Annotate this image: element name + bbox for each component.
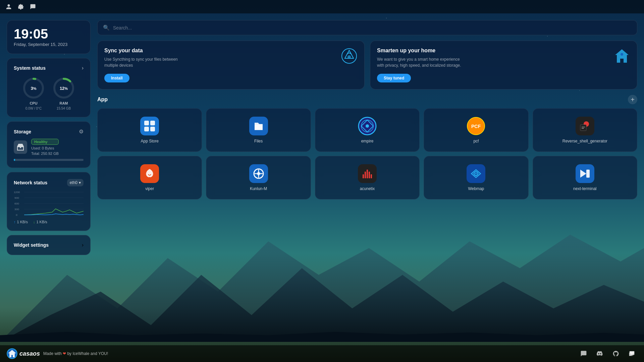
chevron-down-icon: ▾ xyxy=(79,180,81,185)
widget-settings[interactable]: Widget settings › xyxy=(7,235,91,255)
storage-total: Total: 250.92 GB xyxy=(31,152,59,156)
ram-sub: 15.54 GB xyxy=(57,107,71,110)
add-app-button[interactable]: + xyxy=(628,95,637,104)
user-icon[interactable] xyxy=(5,3,12,10)
network-widget: Network status eth0 ▾ 1200 900 6 xyxy=(7,172,91,231)
smart-home-promo-card: Smarten up your home We want to give you… xyxy=(370,41,637,89)
empire-icon xyxy=(358,117,377,135)
app-item-rsg[interactable]: Reverse_shell_generator xyxy=(533,108,637,152)
svg-rect-38 xyxy=(363,174,364,178)
messages-icon[interactable] xyxy=(30,3,36,10)
storage-bar-fill xyxy=(14,159,15,161)
app-section: App + App Store xyxy=(97,95,637,199)
app-item-pcf[interactable]: PCF pcf xyxy=(424,108,528,152)
search-icon: 🔍 xyxy=(103,24,110,31)
system-status-header: System status › xyxy=(14,65,84,71)
svg-point-18 xyxy=(347,55,351,59)
app-item-files[interactable]: Files xyxy=(206,108,311,152)
download-icon: ↓ xyxy=(33,220,35,224)
svg-text:PCF: PCF xyxy=(471,124,481,129)
webmap-icon xyxy=(467,164,485,183)
app-item-empire[interactable]: empire xyxy=(315,108,420,152)
storage-header: Storage ⚙ xyxy=(14,128,84,135)
svg-marker-46 xyxy=(580,170,586,178)
network-header: Network status eth0 ▾ xyxy=(14,179,84,186)
upload-stat: ↑ 1 KB/s xyxy=(14,220,28,224)
app-item-next-terminal[interactable]: next-terminal xyxy=(533,156,637,199)
app-section-title: App xyxy=(97,97,108,103)
kunlun-label: Kunlun-M xyxy=(250,186,267,191)
network-title: Network status xyxy=(14,180,47,185)
download-stat: ↓ 1 KB/s xyxy=(33,220,47,224)
storage-used: Used: 0 Bytes xyxy=(31,146,59,150)
bottombar-icons xyxy=(578,348,637,359)
sync-promo-card: Sync your data Use Syncthing to sync you… xyxy=(97,41,365,89)
network-chart: 1200 900 600 300 0 xyxy=(14,190,84,217)
search-input[interactable] xyxy=(113,25,632,31)
widget-settings-row[interactable]: Widget settings › xyxy=(14,242,84,248)
pcf-label: pcf xyxy=(473,139,479,143)
svg-rect-40 xyxy=(367,170,368,178)
storage-gear-icon[interactable]: ⚙ xyxy=(79,128,84,135)
discord-icon[interactable] xyxy=(594,348,605,359)
right-panel: 🔍 Sync your data Use Syncthing to sync y… xyxy=(97,20,637,339)
app-item-kunlun[interactable]: Kunlun-M xyxy=(206,156,311,199)
github-icon[interactable] xyxy=(610,348,621,359)
settings-icon[interactable] xyxy=(17,3,24,10)
svg-rect-39 xyxy=(365,172,366,178)
svg-rect-41 xyxy=(369,172,370,178)
rsg-icon xyxy=(576,117,594,135)
main-content: 19:05 Friday, September 15, 2023 System … xyxy=(0,13,644,345)
svg-point-20 xyxy=(621,53,623,56)
pcf-icon: PCF xyxy=(467,117,485,135)
sidebar: 19:05 Friday, September 15, 2023 System … xyxy=(7,20,91,339)
chat-icon[interactable] xyxy=(578,348,589,359)
casaos-logo: casaos Made with ❤ by IceWhale and YOU! xyxy=(7,348,108,359)
ram-gauge-container: 12% RAM 15.54 GB xyxy=(52,76,75,110)
svg-text:600: 600 xyxy=(14,202,19,205)
storage-details: Healthy Used: 0 Bytes Total: 250.92 GB xyxy=(31,139,59,156)
rsg-label: Reverse_shell_generator xyxy=(562,139,607,143)
search-bar[interactable]: 🔍 xyxy=(97,20,637,35)
network-interface-label: eth0 xyxy=(70,180,77,185)
viper-icon xyxy=(140,164,159,183)
app-section-header: App + xyxy=(97,95,637,104)
install-button[interactable]: Install xyxy=(104,74,129,82)
app-item-viper[interactable]: viper xyxy=(97,156,202,199)
storage-status-badge: Healthy xyxy=(31,139,59,145)
svg-rect-35 xyxy=(582,128,584,129)
clock-date: Friday, September 15, 2023 xyxy=(14,42,84,47)
topbar xyxy=(0,0,644,13)
widget-settings-arrow: › xyxy=(82,242,84,248)
upload-icon: ↑ xyxy=(14,220,16,224)
app-item-acunetix[interactable]: acunetix xyxy=(315,156,420,199)
cpu-gauge: 3% xyxy=(22,76,45,100)
network-stats: ↑ 1 KB/s ↓ 1 KB/s xyxy=(14,220,84,224)
storage-widget: Storage ⚙ Healthy Used: 0 Bytes Total: 2… xyxy=(7,121,91,168)
upload-value: 1 KB/s xyxy=(17,220,28,224)
network-interface-selector[interactable]: eth0 ▾ xyxy=(67,179,84,186)
download-value: 1 KB/s xyxy=(36,220,47,224)
system-status-arrow[interactable]: › xyxy=(82,65,84,71)
svg-point-28 xyxy=(366,124,369,128)
app-item-app-store[interactable]: App Store xyxy=(97,108,202,152)
clock-time: 19:05 xyxy=(14,27,84,41)
files-label: Files xyxy=(254,139,263,143)
storage-info: Healthy Used: 0 Bytes Total: 250.92 GB xyxy=(14,139,84,156)
storage-disk-icon xyxy=(14,140,27,154)
sync-promo-desc: Use Syncthing to sync your files between… xyxy=(104,56,192,68)
acunetix-label: acunetix xyxy=(360,186,375,191)
heart-icon: ❤ xyxy=(63,351,66,356)
sync-promo-title: Sync your data xyxy=(104,48,358,54)
casaos-brand-text: casaos xyxy=(19,350,40,357)
stay-tuned-button[interactable]: Stay tuned xyxy=(377,74,411,82)
files-app-icon xyxy=(249,117,268,135)
forum-icon[interactable] xyxy=(627,348,637,359)
app-item-webmap[interactable]: Webmap xyxy=(424,156,528,199)
cpu-sub: 0.0W / 0°C xyxy=(25,107,42,110)
cpu-gauge-container: 3% CPU 0.0W / 0°C xyxy=(22,76,45,110)
svg-rect-21 xyxy=(144,121,149,125)
ram-label: RAM xyxy=(59,101,68,105)
svg-rect-23 xyxy=(144,127,149,131)
svg-point-45 xyxy=(475,173,477,174)
